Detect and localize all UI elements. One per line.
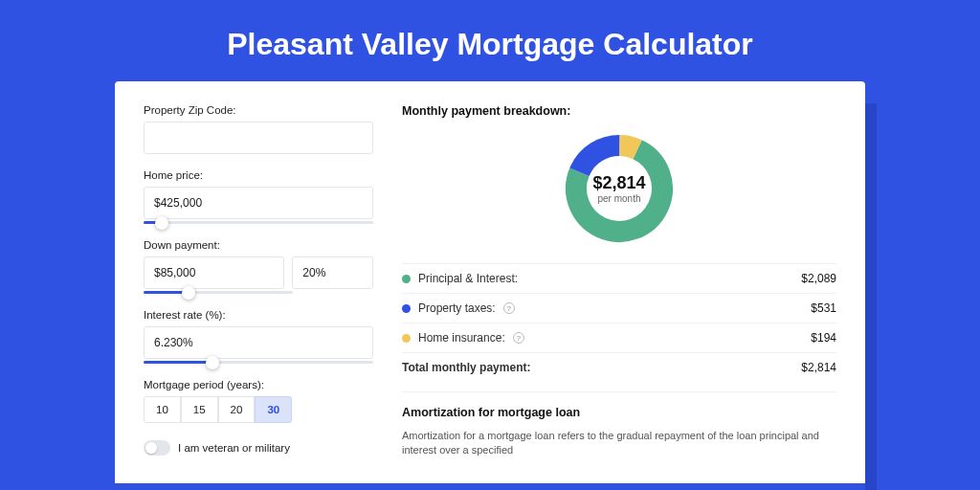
period-btn-10[interactable]: 10 [144, 396, 181, 423]
donut-amount: $2,814 [592, 173, 645, 193]
down-payment-input[interactable] [144, 256, 284, 289]
breakdown-row-principal: Principal & Interest: $2,089 [402, 263, 836, 293]
amortization-section: Amortization for mortgage loan Amortizat… [402, 391, 836, 458]
veteran-toggle-knob [145, 442, 157, 454]
period-field-group: Mortgage period (years): 10 15 20 30 [144, 379, 373, 423]
card-shadow [865, 103, 877, 490]
breakdown-label-insurance: Home insurance: [418, 331, 505, 345]
amortization-title: Amortization for mortgage loan [402, 406, 836, 419]
donut-chart-wrap: $2,814 per month [402, 131, 836, 246]
home-price-slider-thumb[interactable] [155, 216, 168, 230]
info-icon[interactable]: ? [513, 332, 524, 344]
breakdown-panel: Monthly payment breakdown: $2,814 per mo… [402, 104, 836, 483]
down-payment-slider[interactable] [144, 291, 293, 294]
period-btn-15[interactable]: 15 [181, 396, 218, 423]
donut-chart: $2,814 per month [562, 131, 677, 246]
form-panel: Property Zip Code: Home price: Down paym… [144, 104, 373, 483]
interest-field-group: Interest rate (%): [144, 309, 373, 364]
amortization-text: Amortization for a mortgage loan refers … [402, 429, 836, 458]
page-title: Pleasant Valley Mortgage Calculator [0, 0, 980, 81]
period-btn-20[interactable]: 20 [218, 396, 256, 423]
dot-insurance-icon [402, 334, 411, 343]
down-payment-slider-thumb[interactable] [182, 286, 195, 300]
interest-slider[interactable] [144, 361, 373, 364]
zip-input[interactable] [144, 122, 373, 154]
period-btn-30[interactable]: 30 [255, 396, 292, 423]
veteran-toggle[interactable] [144, 440, 170, 456]
veteran-toggle-row: I am veteran or military [144, 440, 373, 456]
home-price-field-group: Home price: [144, 169, 373, 224]
donut-center: $2,814 per month [562, 131, 677, 246]
breakdown-val-total: $2,814 [801, 361, 836, 374]
breakdown-label-total: Total monthly payment: [402, 361, 530, 374]
down-payment-label: Down payment: [144, 239, 373, 251]
interest-input[interactable] [144, 326, 373, 359]
down-payment-pct-input[interactable] [292, 256, 373, 289]
veteran-label: I am veteran or military [178, 442, 290, 454]
breakdown-row-total: Total monthly payment: $2,814 [402, 352, 836, 382]
donut-sub: per month [597, 193, 640, 204]
period-buttons: 10 15 20 30 [144, 396, 373, 423]
home-price-input[interactable] [144, 187, 373, 219]
period-label: Mortgage period (years): [144, 379, 373, 390]
breakdown-label-principal: Principal & Interest: [418, 272, 518, 285]
interest-slider-fill [144, 361, 212, 364]
interest-label: Interest rate (%): [144, 309, 373, 321]
breakdown-title: Monthly payment breakdown: [402, 104, 836, 118]
breakdown-row-taxes: Property taxes: ? $531 [402, 293, 836, 323]
zip-label: Property Zip Code: [144, 104, 373, 116]
calculator-card: Property Zip Code: Home price: Down paym… [115, 81, 865, 483]
down-payment-field-group: Down payment: [144, 239, 373, 294]
dot-taxes-icon [402, 304, 411, 313]
zip-field-group: Property Zip Code: [144, 104, 373, 154]
breakdown-val-principal: $2,089 [801, 272, 836, 285]
home-price-label: Home price: [144, 169, 373, 181]
breakdown-val-insurance: $194 [811, 331, 836, 345]
interest-slider-thumb[interactable] [206, 356, 219, 369]
home-price-slider[interactable] [144, 221, 373, 224]
breakdown-label-taxes: Property taxes: [418, 301, 496, 315]
dot-principal-icon [402, 275, 411, 283]
breakdown-val-taxes: $531 [811, 301, 836, 315]
info-icon[interactable]: ? [503, 302, 515, 314]
breakdown-row-insurance: Home insurance: ? $194 [402, 323, 836, 352]
